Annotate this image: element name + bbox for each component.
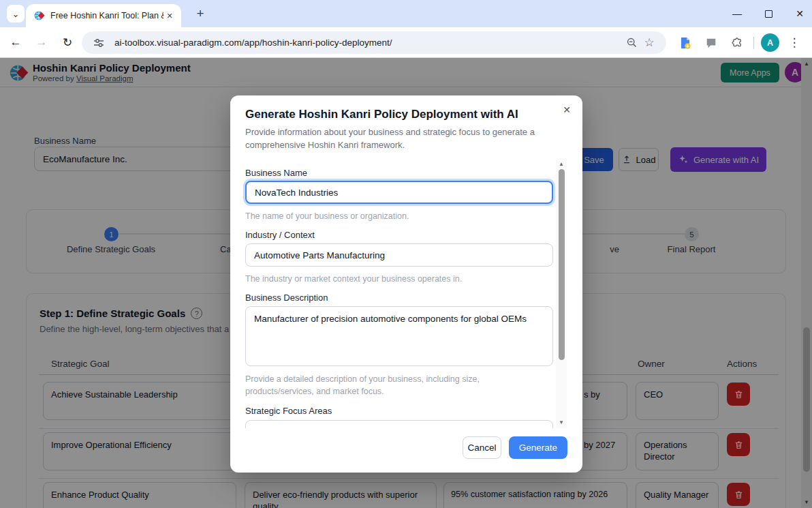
extensions-puzzle-icon[interactable] xyxy=(728,33,747,53)
field-label-description: Business Description xyxy=(245,293,328,303)
toolbar-separator xyxy=(753,37,754,49)
maximize-icon[interactable] xyxy=(763,8,774,19)
browser-profile-avatar[interactable]: A xyxy=(761,33,779,52)
field-help-description: Provide a detailed description of your b… xyxy=(245,373,545,398)
window-controls: — ✕ xyxy=(732,0,805,27)
back-icon[interactable]: ← xyxy=(5,32,26,53)
modal-scrollbar[interactable]: ▲ ▼ xyxy=(556,158,567,428)
field-label-focus-areas: Strategic Focus Areas xyxy=(245,406,332,416)
modal-subtitle: Provide information about your business … xyxy=(245,125,553,151)
modal-industry-input[interactable] xyxy=(245,243,553,267)
browser-tab[interactable]: Free Hoshin Kanri Tool: Plan & E ✕ xyxy=(26,4,181,27)
reload-icon[interactable]: ↻ xyxy=(57,32,78,53)
site-favicon xyxy=(34,10,45,21)
modal-title: Generate Hoshin Kanri Policy Deployment … xyxy=(245,108,518,121)
site-settings-icon[interactable] xyxy=(90,34,108,52)
chat-extension-icon[interactable] xyxy=(702,33,721,53)
field-help-business-name: The name of your business or organizatio… xyxy=(245,210,545,222)
tab-list-chevron-button[interactable]: ⌄ xyxy=(7,5,25,23)
field-help-industry: The industry or market context your busi… xyxy=(245,273,545,285)
modal-footer: Cancel Generate xyxy=(230,435,582,473)
tab-title: Free Hoshin Kanri Tool: Plan & E xyxy=(50,11,163,20)
screen: ⌄ Free Hoshin Kanri Tool: Plan & E ✕ + —… xyxy=(0,0,812,508)
generate-ai-modal: ✕ Generate Hoshin Kanri Policy Deploymen… xyxy=(230,95,582,473)
extensions-area: A ⋮ xyxy=(676,31,802,54)
minimize-icon[interactable]: — xyxy=(732,8,743,19)
generate-button[interactable]: Generate xyxy=(509,436,567,459)
url-text[interactable]: ai-toolbox.visual-paradigm.com/app/hoshi… xyxy=(114,38,623,48)
browser-menu-icon[interactable]: ⋮ xyxy=(786,35,802,50)
chevron-down-icon: ⌄ xyxy=(12,9,20,19)
cancel-button[interactable]: Cancel xyxy=(463,436,501,459)
scroll-up-icon[interactable]: ▲ xyxy=(556,161,567,167)
modal-close-icon[interactable]: ✕ xyxy=(561,104,573,116)
zoom-icon[interactable] xyxy=(623,34,640,52)
new-tab-button[interactable]: + xyxy=(192,5,208,22)
bookmark-star-icon[interactable]: ☆ xyxy=(640,34,658,52)
modal-focus-areas-input[interactable] xyxy=(245,420,553,428)
modal-scrollbar-thumb[interactable] xyxy=(559,169,565,360)
doc-extension-icon[interactable] xyxy=(676,33,695,53)
modal-form: Business Name The name of your business … xyxy=(230,158,556,428)
browser-toolbar: ← → ↻ ai-toolbox.visual-paradigm.com/app… xyxy=(0,27,812,58)
field-label-business-name: Business Name xyxy=(245,168,307,178)
field-label-industry: Industry / Context xyxy=(245,230,315,240)
browser-tabstrip: ⌄ Free Hoshin Kanri Tool: Plan & E ✕ + —… xyxy=(0,0,812,27)
forward-icon: → xyxy=(31,32,52,53)
scroll-down-icon[interactable]: ▼ xyxy=(556,419,567,425)
tab-close-icon[interactable]: ✕ xyxy=(163,10,176,22)
modal-business-name-input[interactable] xyxy=(245,181,553,204)
url-bar[interactable]: ai-toolbox.visual-paradigm.com/app/hoshi… xyxy=(82,31,666,54)
close-window-icon[interactable]: ✕ xyxy=(794,8,805,19)
modal-description-textarea[interactable]: Manufacturer of precision automotive com… xyxy=(245,306,553,366)
